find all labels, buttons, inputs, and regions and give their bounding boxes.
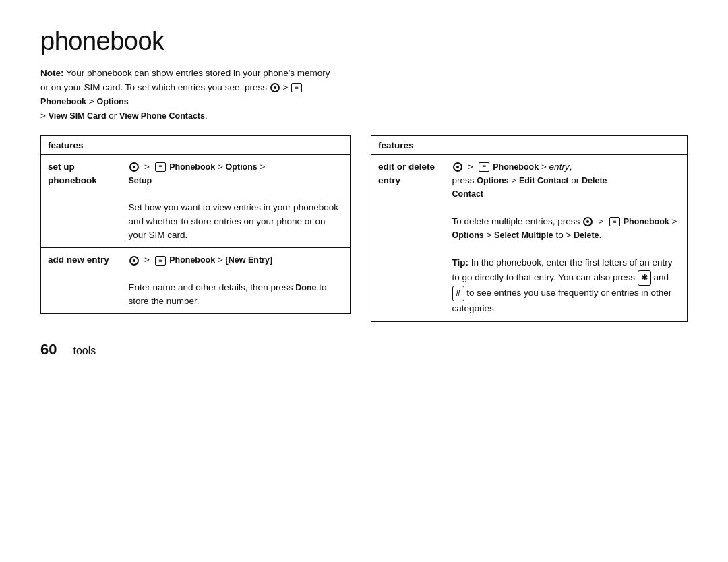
edit-delete-content: > Phonebook > entry, press Options > Edi…	[446, 154, 688, 321]
right-features-table: features edit or deleteentry > Phonebook…	[371, 135, 688, 322]
options-label3: Options	[452, 230, 484, 240]
star-key-icon: ✱	[638, 270, 651, 286]
tip-section: Tip: In the phonebook, enter the first l…	[452, 257, 673, 313]
phonebook-text: Phonebook	[169, 162, 215, 172]
add-entry-bold: add new entry	[48, 255, 109, 265]
menu-icon	[479, 162, 489, 172]
table-row: add new entry > Phonebook > [New Entry] …	[41, 248, 351, 314]
edit-contact-text: Edit Contact	[519, 176, 569, 185]
press-options-text: press	[452, 175, 477, 185]
to-text: to >	[553, 230, 574, 240]
select-multiple-text: Select Multiple	[494, 230, 553, 240]
page-label: tools	[73, 345, 96, 357]
intro-paragraph: Note: Your phonebook can show entries st…	[40, 67, 337, 123]
add-entry-body-text: Enter name and other details, then press	[129, 282, 296, 292]
note-text: Your phonebook can show entries stored i…	[40, 68, 330, 92]
menu-icon	[609, 217, 620, 226]
page-number: 60	[40, 341, 57, 358]
setup-label: set upphonebook	[41, 154, 122, 248]
table-row: set upphonebook > Phonebook > Options > …	[41, 154, 351, 248]
options-text: Options	[226, 162, 257, 172]
page-title: phonebook	[40, 27, 688, 56]
left-column: features set upphonebook > Phonebook > O…	[40, 135, 351, 315]
right-column: features edit or deleteentry > Phonebook…	[371, 135, 688, 322]
phonebook-text4: Phonebook	[624, 217, 669, 226]
view-sim-label: View SIM Card	[49, 111, 107, 121]
right-table-header: features	[371, 135, 688, 154]
page-footer: 60 tools	[40, 341, 688, 358]
tip-label: Tip:	[452, 257, 469, 268]
nav-dot-icon	[583, 217, 593, 226]
period: .	[205, 111, 208, 121]
delete-label2: Delete	[574, 230, 599, 240]
or-text2: or	[568, 175, 582, 185]
two-column-layout: features set upphonebook > Phonebook > O…	[40, 135, 688, 322]
delete-multiple-text: To delete multiple entries, press	[452, 216, 583, 226]
left-table-header: features	[41, 135, 351, 154]
edit-delete-label: edit or deleteentry	[371, 154, 446, 321]
and-text: and	[653, 272, 669, 282]
gt-text2: >	[484, 230, 494, 240]
nav-dot-icon	[453, 162, 462, 172]
menu-icon	[291, 83, 302, 92]
add-entry-label: add new entry	[41, 248, 122, 314]
view-phone-label: View Phone Contacts	[119, 111, 205, 121]
nav-dot-icon	[129, 256, 139, 266]
tip-end-text: to see entries you use frequently or ent…	[452, 288, 672, 313]
done-text: Done	[295, 283, 316, 292]
options-label2: Options	[477, 176, 508, 185]
left-features-table: features set upphonebook > Phonebook > O…	[40, 135, 351, 315]
table-row: edit or deleteentry > Phonebook > entry,…	[371, 154, 688, 321]
setup-text: Setup	[129, 176, 152, 185]
or-text: or	[109, 111, 119, 121]
phonebook-label: Phonebook	[40, 97, 86, 106]
setup-body-text: Set how you want to view entries in your…	[129, 202, 338, 240]
add-entry-content: > Phonebook > [New Entry] Enter name and…	[122, 248, 351, 314]
options-label: Options	[96, 97, 128, 106]
period2: .	[599, 230, 602, 240]
new-entry-text: [New Entry]	[226, 255, 272, 265]
menu-icon	[155, 256, 166, 266]
edit-delete-bold: edit or deleteentry	[378, 162, 435, 185]
menu-icon	[155, 162, 166, 172]
nav-dot-icon	[270, 83, 280, 92]
setup-bold: set upphonebook	[48, 162, 97, 185]
phonebook-text2: Phonebook	[169, 255, 215, 265]
hash-key-icon: #	[452, 286, 464, 301]
phonebook-text3: Phonebook	[493, 162, 539, 172]
nav-dot-icon	[129, 162, 139, 172]
gt-text: >	[508, 175, 518, 185]
setup-content: > Phonebook > Options > Setup Set how yo…	[122, 154, 351, 248]
entry-italic: entry	[549, 162, 570, 172]
note-label: Note:	[40, 68, 64, 78]
